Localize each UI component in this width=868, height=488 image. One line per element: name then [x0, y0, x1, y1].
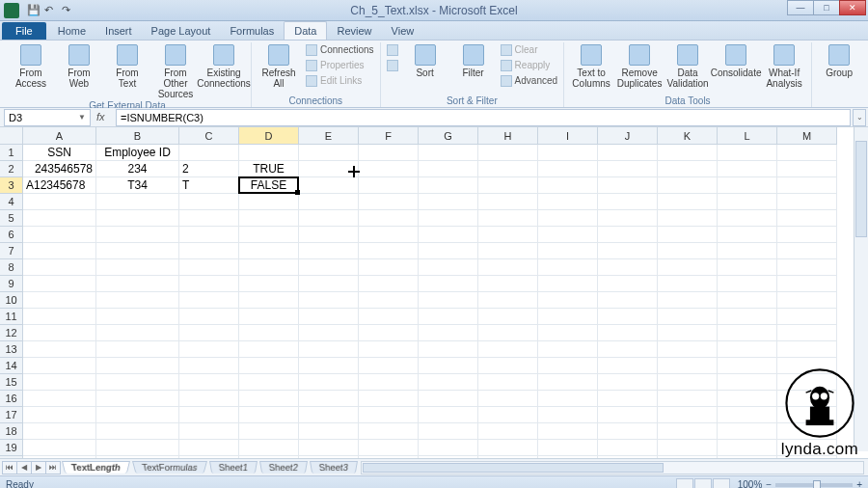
cell-J14[interactable]	[598, 358, 658, 374]
zoom-in-button[interactable]: +	[856, 479, 862, 488]
cell-I9[interactable]	[538, 276, 598, 292]
col-header-D[interactable]: D	[239, 127, 299, 145]
cell-C3[interactable]: T	[179, 177, 239, 194]
cell-I13[interactable]	[538, 341, 598, 358]
text-to-columns-button[interactable]: Text to Columns	[570, 42, 612, 89]
cell-D6[interactable]	[239, 227, 299, 243]
cell-K6[interactable]	[658, 227, 718, 243]
row-header-20[interactable]: 20	[0, 456, 23, 458]
cell-L12[interactable]	[718, 325, 777, 341]
sheet-tab-sheet3[interactable]: Sheet3	[310, 461, 358, 474]
cell-E11[interactable]	[299, 309, 359, 325]
cell-D20[interactable]	[239, 456, 299, 458]
cell-B14[interactable]	[96, 358, 179, 374]
cell-F2[interactable]	[359, 161, 419, 177]
cell-M11[interactable]	[777, 309, 837, 325]
cell-L1[interactable]	[718, 145, 777, 161]
cell-K10[interactable]	[658, 292, 718, 309]
cell-B13[interactable]	[96, 341, 179, 358]
cell-D9[interactable]	[239, 276, 299, 292]
cell-C15[interactable]	[179, 374, 239, 391]
cell-F1[interactable]	[359, 145, 419, 161]
row-header-5[interactable]: 5	[0, 210, 23, 227]
cell-I20[interactable]	[538, 456, 598, 458]
cell-E15[interactable]	[299, 374, 359, 391]
cell-I6[interactable]	[538, 227, 598, 243]
cell-L19[interactable]	[718, 440, 777, 456]
cell-E14[interactable]	[299, 358, 359, 374]
cell-I7[interactable]	[538, 243, 598, 259]
cell-K14[interactable]	[658, 358, 718, 374]
cell-C17[interactable]	[179, 407, 239, 423]
cell-J13[interactable]	[598, 341, 658, 358]
cell-E6[interactable]	[299, 227, 359, 243]
cell-G4[interactable]	[419, 194, 478, 210]
cell-H16[interactable]	[478, 391, 538, 407]
cell-G2[interactable]	[419, 161, 478, 177]
tab-data[interactable]: Data	[284, 21, 327, 40]
row-header-18[interactable]: 18	[0, 423, 23, 440]
cell-I18[interactable]	[538, 423, 598, 440]
cell-H11[interactable]	[478, 309, 538, 325]
cell-H5[interactable]	[478, 210, 538, 227]
cell-H7[interactable]	[478, 243, 538, 259]
cell-D13[interactable]	[239, 341, 299, 358]
cell-L16[interactable]	[718, 391, 777, 407]
cell-M20[interactable]	[777, 456, 837, 458]
undo-icon[interactable]: ↶	[44, 4, 58, 17]
cell-K7[interactable]	[658, 243, 718, 259]
cell-K2[interactable]	[658, 161, 718, 177]
cell-A14[interactable]	[23, 358, 96, 374]
cell-G10[interactable]	[419, 292, 478, 309]
cell-B1[interactable]: Employee ID	[96, 145, 179, 161]
cell-G15[interactable]	[419, 374, 478, 391]
cell-G11[interactable]	[419, 309, 478, 325]
refresh-all-button[interactable]: Refresh All	[258, 42, 300, 89]
cell-A10[interactable]	[23, 292, 96, 309]
cell-C6[interactable]	[179, 227, 239, 243]
existing-conn-button[interactable]: Existing Connections	[203, 42, 245, 89]
tab-nav-prev[interactable]: ◀	[16, 461, 32, 474]
cell-B2[interactable]: 234	[96, 161, 179, 177]
cell-J9[interactable]	[598, 276, 658, 292]
cell-J8[interactable]	[598, 259, 658, 276]
cell-K16[interactable]	[658, 391, 718, 407]
cell-G1[interactable]	[419, 145, 478, 161]
sheet-tab-sheet1[interactable]: Sheet1	[209, 461, 258, 474]
cell-D16[interactable]	[239, 391, 299, 407]
scroll-thumb[interactable]	[363, 463, 664, 473]
cell-M12[interactable]	[777, 325, 837, 341]
cell-F17[interactable]	[359, 407, 419, 423]
cell-D12[interactable]	[239, 325, 299, 341]
cell-F13[interactable]	[359, 341, 419, 358]
sheet-tab-textformulas[interactable]: TextFormulas	[132, 461, 207, 474]
cell-L7[interactable]	[718, 243, 777, 259]
cell-M17[interactable]	[777, 407, 837, 423]
cell-G3[interactable]	[419, 177, 478, 194]
sort-asc-button[interactable]	[387, 42, 398, 57]
cell-J19[interactable]	[598, 440, 658, 456]
zoom-slider[interactable]	[775, 483, 853, 487]
cell-K15[interactable]	[658, 374, 718, 391]
cell-G18[interactable]	[419, 423, 478, 440]
redo-icon[interactable]: ↷	[62, 4, 75, 17]
row-header-14[interactable]: 14	[0, 358, 23, 374]
cell-C5[interactable]	[179, 210, 239, 227]
cell-E16[interactable]	[299, 391, 359, 407]
cell-C19[interactable]	[179, 440, 239, 456]
data-validation-button[interactable]: Data Validation	[666, 42, 709, 89]
cell-L11[interactable]	[718, 309, 777, 325]
cell-B16[interactable]	[96, 391, 179, 407]
col-header-J[interactable]: J	[598, 127, 658, 145]
tab-view[interactable]: View	[382, 22, 424, 40]
cell-D8[interactable]	[239, 259, 299, 276]
cell-E18[interactable]	[299, 423, 359, 440]
cell-D11[interactable]	[239, 309, 299, 325]
cell-D2[interactable]: TRUE	[239, 161, 299, 177]
cell-L2[interactable]	[718, 161, 777, 177]
cell-C8[interactable]	[179, 259, 239, 276]
cell-F20[interactable]	[359, 456, 419, 458]
cell-H6[interactable]	[478, 227, 538, 243]
cell-F10[interactable]	[359, 292, 419, 309]
cell-G8[interactable]	[419, 259, 478, 276]
